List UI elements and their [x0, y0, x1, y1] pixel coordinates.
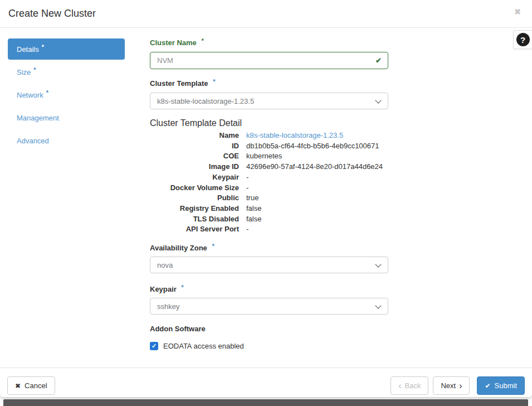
wizard-nav-buttons: ‹ Back Next › ✔ Submit	[391, 376, 525, 395]
modal-footer: ✖ Cancel ‹ Back Next › ✔ Submit	[0, 368, 532, 397]
help-icon: ?	[516, 33, 530, 46]
sidebar-item-label: Management	[17, 114, 59, 122]
keypair-label: Keypair *	[150, 285, 388, 294]
availability-zone-label: Availability Zone *	[150, 244, 388, 253]
keypair-value: sshkey	[157, 302, 179, 311]
sidebar-item-details[interactable]: Details *	[8, 38, 125, 60]
template-detail-heading: Cluster Template Detail	[150, 118, 388, 128]
detail-row-keypair: Keypair -	[150, 172, 388, 183]
required-asterisk: *	[212, 242, 214, 250]
addon-software-label: Addon Software	[150, 325, 388, 333]
sidebar-item-label: Advanced	[17, 137, 49, 145]
modal-header: Create New Cluster ✖	[0, 0, 532, 28]
detail-row-name: Name k8s-stable-localstorage-1.23.5	[150, 130, 388, 141]
template-name-link[interactable]: k8s-stable-localstorage-1.23.5	[246, 130, 343, 141]
required-asterisk: *	[33, 66, 36, 73]
cluster-name-label: Cluster Name *	[150, 38, 388, 47]
eodata-checkbox-row: ✓ EODATA access enabled	[150, 342, 388, 350]
close-icon[interactable]: ✖	[514, 8, 521, 16]
cluster-template-value: k8s-stable-localstorage-1.23.5	[157, 97, 254, 105]
chevron-down-icon	[375, 97, 381, 103]
valid-check-icon: ✔	[375, 56, 382, 65]
sidebar-item-size[interactable]: Size *	[8, 61, 125, 83]
sidebar-item-label: Network	[17, 91, 43, 99]
next-button[interactable]: Next ›	[433, 376, 470, 395]
required-asterisk: *	[42, 44, 44, 50]
submit-button[interactable]: ✔ Submit	[477, 376, 525, 395]
checkbox-check-icon: ✓	[152, 343, 157, 349]
detail-row-registry-enabled: Registry Enabled false	[150, 204, 388, 214]
cluster-template-label: Cluster Template *	[150, 79, 388, 88]
sidebar-item-advanced[interactable]: Advanced	[8, 130, 125, 151]
modal-title: Create New Cluster	[8, 8, 96, 20]
detail-row-tls-disabled: TLS Disabled false	[150, 214, 388, 225]
chevron-down-icon	[375, 302, 381, 308]
detail-row-api-server-port: API Server Port -	[150, 224, 388, 235]
screen: Create New Cluster ✖ ? Details * Size * …	[0, 0, 532, 406]
required-asterisk: *	[201, 37, 203, 45]
modal-body: Details * Size * Network * Management Ad…	[0, 28, 532, 368]
required-asterisk: *	[181, 283, 183, 292]
required-asterisk: *	[46, 89, 48, 96]
chevron-left-icon: ‹	[398, 381, 401, 390]
chevron-right-icon: ›	[459, 381, 462, 390]
detail-row-public: Public true	[150, 193, 388, 204]
sidebar-item-management[interactable]: Management	[8, 107, 125, 128]
background-page-strip	[3, 399, 528, 406]
wizard-steps-sidebar: Details * Size * Network * Management Ad…	[8, 38, 125, 368]
detail-row-coe: COE kubernetes	[150, 151, 388, 162]
sidebar-item-label: Details	[17, 45, 39, 54]
detail-row-id: ID db1b0b5a-cf64-4fcb-b5b6-4eb9cc100671	[150, 141, 388, 152]
detail-row-image-id: Image ID 42696e90-57af-4124-8e20-d017a44…	[150, 162, 388, 172]
cluster-name-value: NVM	[157, 56, 173, 65]
required-asterisk: *	[213, 78, 215, 86]
x-icon: ✖	[15, 382, 21, 390]
cluster-name-input[interactable]: NVM ✔	[150, 52, 388, 69]
detail-row-docker-volume-size: Docker Volume Size -	[150, 183, 388, 194]
chevron-down-icon	[375, 261, 381, 267]
details-form: Cluster Name * NVM ✔ Cluster Template * …	[150, 38, 388, 368]
keypair-select[interactable]: sshkey	[150, 298, 388, 315]
sidebar-item-label: Size	[17, 68, 31, 76]
create-cluster-modal: Create New Cluster ✖ ? Details * Size * …	[0, 0, 532, 397]
eodata-checkbox[interactable]: ✓	[150, 342, 158, 350]
availability-zone-select[interactable]: nova	[150, 257, 388, 273]
back-button[interactable]: ‹ Back	[391, 376, 428, 395]
cluster-template-select[interactable]: k8s-stable-localstorage-1.23.5	[150, 93, 388, 109]
cancel-button[interactable]: ✖ Cancel	[7, 376, 55, 395]
template-detail-list: Name k8s-stable-localstorage-1.23.5 ID d…	[150, 130, 388, 235]
sidebar-item-network[interactable]: Network *	[8, 84, 125, 105]
help-button[interactable]: ?	[513, 30, 532, 49]
check-icon: ✔	[485, 382, 490, 390]
eodata-checkbox-label: EODATA access enabled	[163, 342, 244, 350]
availability-zone-value: nova	[157, 261, 173, 269]
